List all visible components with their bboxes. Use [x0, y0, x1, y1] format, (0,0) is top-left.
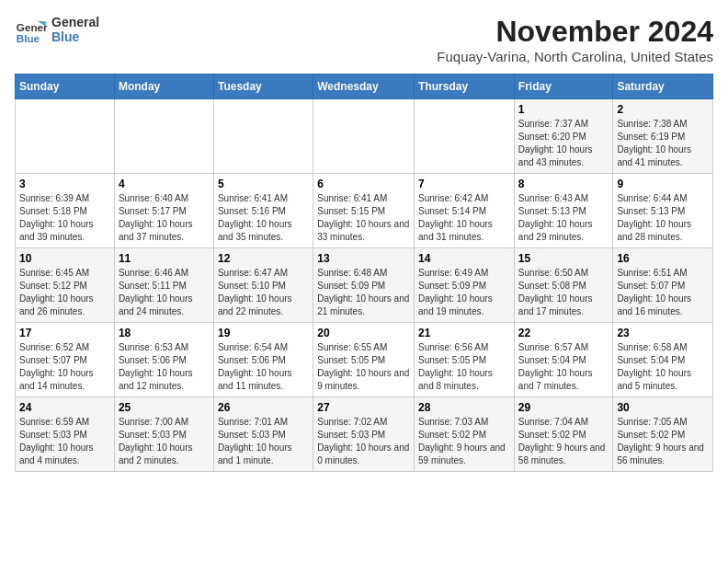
- weekday-header-row: SundayMondayTuesdayWednesdayThursdayFrid…: [16, 75, 713, 99]
- day-info: Sunrise: 6:50 AM Sunset: 5:08 PM Dayligh…: [518, 267, 609, 318]
- title-area: November 2024 Fuquay-Varina, North Carol…: [437, 15, 713, 64]
- day-number: 9: [617, 178, 709, 190]
- day-info: Sunrise: 6:58 AM Sunset: 5:04 PM Dayligh…: [617, 341, 709, 393]
- day-cell: 9Sunrise: 6:44 AM Sunset: 5:13 PM Daylig…: [613, 174, 713, 248]
- day-number: 10: [19, 252, 110, 265]
- day-info: Sunrise: 6:47 AM Sunset: 5:10 PM Dayligh…: [218, 267, 309, 318]
- day-number: 25: [119, 401, 210, 414]
- day-cell: 12Sunrise: 6:47 AM Sunset: 5:10 PM Dayli…: [213, 248, 313, 323]
- day-info: Sunrise: 6:43 AM Sunset: 5:13 PM Dayligh…: [518, 192, 609, 244]
- day-info: Sunrise: 6:54 AM Sunset: 5:06 PM Dayligh…: [218, 341, 309, 393]
- svg-text:Blue: Blue: [17, 32, 40, 44]
- day-cell: 28Sunrise: 7:03 AM Sunset: 5:02 PM Dayli…: [415, 397, 515, 472]
- day-number: 15: [518, 252, 609, 265]
- day-number: 18: [119, 327, 210, 339]
- day-number: 17: [19, 327, 110, 339]
- day-cell: 5Sunrise: 6:41 AM Sunset: 5:16 PM Daylig…: [213, 174, 313, 248]
- day-cell: 26Sunrise: 7:01 AM Sunset: 5:03 PM Dayli…: [213, 397, 313, 472]
- day-cell: 23Sunrise: 6:58 AM Sunset: 5:04 PM Dayli…: [613, 323, 713, 397]
- day-number: 6: [317, 178, 410, 190]
- calendar-table: SundayMondayTuesdayWednesdayThursdayFrid…: [15, 74, 713, 472]
- day-info: Sunrise: 7:04 AM Sunset: 5:02 PM Dayligh…: [518, 416, 609, 467]
- day-info: Sunrise: 6:42 AM Sunset: 5:14 PM Dayligh…: [418, 192, 510, 244]
- day-info: Sunrise: 6:41 AM Sunset: 5:15 PM Dayligh…: [317, 192, 410, 244]
- day-number: 3: [19, 178, 110, 190]
- day-info: Sunrise: 7:01 AM Sunset: 5:03 PM Dayligh…: [218, 416, 309, 467]
- day-info: Sunrise: 7:38 AM Sunset: 6:19 PM Dayligh…: [617, 118, 709, 169]
- day-number: 11: [119, 252, 210, 265]
- week-row-3: 10Sunrise: 6:45 AM Sunset: 5:12 PM Dayli…: [16, 248, 713, 323]
- day-info: Sunrise: 6:40 AM Sunset: 5:17 PM Dayligh…: [119, 192, 210, 244]
- day-info: Sunrise: 6:51 AM Sunset: 5:07 PM Dayligh…: [617, 267, 709, 318]
- day-number: 14: [418, 252, 510, 265]
- logo-general: General: [51, 15, 99, 29]
- day-number: 16: [617, 252, 709, 265]
- day-info: Sunrise: 6:48 AM Sunset: 5:09 PM Dayligh…: [317, 267, 410, 318]
- day-cell: 25Sunrise: 7:00 AM Sunset: 5:03 PM Dayli…: [114, 397, 213, 472]
- logo: General Blue General Blue: [15, 15, 99, 48]
- day-cell: 19Sunrise: 6:54 AM Sunset: 5:06 PM Dayli…: [213, 323, 313, 397]
- week-row-4: 17Sunrise: 6:52 AM Sunset: 5:07 PM Dayli…: [16, 323, 713, 397]
- header: General Blue General Blue November 2024 …: [15, 15, 713, 64]
- day-cell: [415, 99, 515, 174]
- weekday-header-monday: Monday: [114, 75, 213, 99]
- day-info: Sunrise: 6:41 AM Sunset: 5:16 PM Dayligh…: [218, 192, 309, 244]
- logo-blue: Blue: [51, 29, 99, 44]
- day-cell: 11Sunrise: 6:46 AM Sunset: 5:11 PM Dayli…: [114, 248, 213, 323]
- day-info: Sunrise: 6:46 AM Sunset: 5:11 PM Dayligh…: [119, 267, 210, 318]
- weekday-header-saturday: Saturday: [613, 75, 713, 99]
- day-info: Sunrise: 6:53 AM Sunset: 5:06 PM Dayligh…: [119, 341, 210, 393]
- day-info: Sunrise: 6:49 AM Sunset: 5:09 PM Dayligh…: [418, 267, 510, 318]
- day-cell: [313, 99, 415, 174]
- day-info: Sunrise: 7:00 AM Sunset: 5:03 PM Dayligh…: [119, 416, 210, 467]
- day-cell: 6Sunrise: 6:41 AM Sunset: 5:15 PM Daylig…: [313, 174, 415, 248]
- day-info: Sunrise: 6:45 AM Sunset: 5:12 PM Dayligh…: [19, 267, 110, 318]
- day-cell: 8Sunrise: 6:43 AM Sunset: 5:13 PM Daylig…: [514, 174, 613, 248]
- day-number: 19: [218, 327, 309, 339]
- day-number: 20: [317, 327, 410, 339]
- day-info: Sunrise: 7:02 AM Sunset: 5:03 PM Dayligh…: [317, 416, 410, 467]
- day-number: 8: [518, 178, 609, 190]
- day-number: 28: [418, 401, 510, 414]
- day-cell: 18Sunrise: 6:53 AM Sunset: 5:06 PM Dayli…: [114, 323, 213, 397]
- day-info: Sunrise: 7:05 AM Sunset: 5:02 PM Dayligh…: [617, 416, 709, 467]
- day-info: Sunrise: 6:57 AM Sunset: 5:04 PM Dayligh…: [518, 341, 609, 393]
- day-cell: [16, 99, 115, 174]
- day-info: Sunrise: 6:44 AM Sunset: 5:13 PM Dayligh…: [617, 192, 709, 244]
- day-cell: 24Sunrise: 6:59 AM Sunset: 5:03 PM Dayli…: [16, 397, 115, 472]
- day-cell: [213, 99, 313, 174]
- day-number: 13: [317, 252, 410, 265]
- day-cell: 29Sunrise: 7:04 AM Sunset: 5:02 PM Dayli…: [514, 397, 613, 472]
- day-cell: 17Sunrise: 6:52 AM Sunset: 5:07 PM Dayli…: [16, 323, 115, 397]
- day-cell: 3Sunrise: 6:39 AM Sunset: 5:18 PM Daylig…: [16, 174, 115, 248]
- day-info: Sunrise: 6:52 AM Sunset: 5:07 PM Dayligh…: [19, 341, 110, 393]
- day-number: 22: [518, 327, 609, 339]
- day-number: 27: [317, 401, 410, 414]
- day-info: Sunrise: 6:59 AM Sunset: 5:03 PM Dayligh…: [19, 416, 110, 467]
- day-cell: 21Sunrise: 6:56 AM Sunset: 5:05 PM Dayli…: [415, 323, 515, 397]
- day-cell: 22Sunrise: 6:57 AM Sunset: 5:04 PM Dayli…: [514, 323, 613, 397]
- logo-icon: General Blue: [15, 15, 48, 48]
- month-title: November 2024: [437, 15, 713, 49]
- day-number: 30: [617, 401, 709, 414]
- day-number: 12: [218, 252, 309, 265]
- location-title: Fuquay-Varina, North Carolina, United St…: [437, 49, 713, 64]
- day-number: 4: [119, 178, 210, 190]
- weekday-header-sunday: Sunday: [16, 75, 115, 99]
- day-cell: 13Sunrise: 6:48 AM Sunset: 5:09 PM Dayli…: [313, 248, 415, 323]
- day-cell: 1Sunrise: 7:37 AM Sunset: 6:20 PM Daylig…: [514, 99, 613, 174]
- day-number: 1: [518, 103, 609, 116]
- day-number: 29: [518, 401, 609, 414]
- day-info: Sunrise: 6:55 AM Sunset: 5:05 PM Dayligh…: [317, 341, 410, 393]
- day-info: Sunrise: 6:39 AM Sunset: 5:18 PM Dayligh…: [19, 192, 110, 244]
- day-cell: 30Sunrise: 7:05 AM Sunset: 5:02 PM Dayli…: [613, 397, 713, 472]
- week-row-5: 24Sunrise: 6:59 AM Sunset: 5:03 PM Dayli…: [16, 397, 713, 472]
- day-cell: 2Sunrise: 7:38 AM Sunset: 6:19 PM Daylig…: [613, 99, 713, 174]
- day-cell: 10Sunrise: 6:45 AM Sunset: 5:12 PM Dayli…: [16, 248, 115, 323]
- day-cell: 16Sunrise: 6:51 AM Sunset: 5:07 PM Dayli…: [613, 248, 713, 323]
- day-number: 5: [218, 178, 309, 190]
- day-cell: 27Sunrise: 7:02 AM Sunset: 5:03 PM Dayli…: [313, 397, 415, 472]
- weekday-header-tuesday: Tuesday: [213, 75, 313, 99]
- day-cell: 15Sunrise: 6:50 AM Sunset: 5:08 PM Dayli…: [514, 248, 613, 323]
- day-info: Sunrise: 7:03 AM Sunset: 5:02 PM Dayligh…: [418, 416, 510, 467]
